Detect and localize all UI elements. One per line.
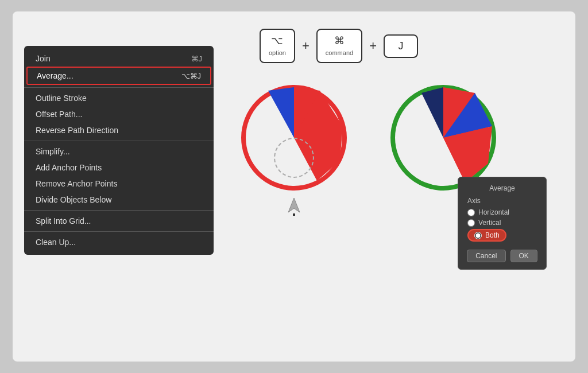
menu-item-split-grid[interactable]: Split Into Grid...	[24, 213, 214, 229]
option-key-label: option	[269, 49, 286, 56]
menu-item-offset-path-label: Offset Path...	[36, 110, 82, 119]
main-container: Join ⌘J Average... ⌥⌘J Outline Stroke Of…	[13, 11, 575, 362]
keyboard-shortcut: ⌥ option + ⌘ command + J	[260, 29, 418, 63]
command-key: ⌘ command	[316, 29, 362, 63]
j-key-icon: J	[393, 40, 409, 52]
menu-item-divide-objects-label: Divide Objects Below	[36, 195, 111, 204]
cursor-arrow	[283, 195, 305, 218]
menu-item-add-anchor-label: Add Anchor Points	[36, 163, 102, 172]
divider-4	[24, 231, 214, 232]
ok-button[interactable]: OK	[510, 250, 537, 262]
menu-item-clean-up[interactable]: Clean Up...	[24, 234, 214, 250]
menu-item-join-label: Join	[36, 54, 51, 63]
radio-horizontal-label: Horizontal	[478, 208, 509, 216]
plus-1: +	[302, 38, 310, 53]
average-dialog: Average Axis Horizontal Vertical Both	[458, 177, 547, 270]
menu-panel: Join ⌘J Average... ⌥⌘J Outline Stroke Of…	[24, 46, 214, 255]
menu-item-join[interactable]: Join ⌘J	[24, 50, 214, 67]
option-key: ⌥ option	[260, 29, 295, 63]
menu-item-offset-path[interactable]: Offset Path...	[24, 106, 214, 122]
menu-item-simplify[interactable]: Simplify...	[24, 143, 214, 160]
menu-item-simplify-label: Simplify...	[36, 147, 70, 156]
divider-2	[24, 141, 214, 141]
menu-item-divide-objects[interactable]: Divide Objects Below	[24, 192, 214, 208]
radio-vertical[interactable]: Vertical	[467, 219, 537, 227]
circles-container: Average Axis Horizontal Vertical Both	[237, 80, 501, 195]
command-key-label: command	[326, 49, 353, 56]
radio-both[interactable]: Both	[467, 229, 537, 244]
divider-1	[24, 87, 214, 88]
radio-both-input[interactable]	[474, 232, 482, 239]
radio-vertical-label: Vertical	[478, 219, 501, 227]
dialog-buttons: Cancel OK	[467, 250, 537, 262]
dashed-circle	[274, 138, 314, 178]
radio-horizontal-input[interactable]	[467, 209, 475, 216]
circle-before	[237, 80, 351, 195]
menu-item-outline-stroke[interactable]: Outline Stroke	[24, 90, 214, 106]
svg-marker-1	[288, 198, 300, 212]
j-key: J	[384, 34, 418, 58]
right-panel: ⌥ option + ⌘ command + J	[225, 23, 564, 195]
divider-3	[24, 210, 214, 211]
plus-2: +	[369, 38, 377, 53]
menu-item-average[interactable]: Average... ⌥⌘J	[26, 67, 211, 85]
cancel-button[interactable]: Cancel	[467, 250, 505, 262]
dialog-title: Average	[467, 184, 537, 192]
menu-item-add-anchor[interactable]: Add Anchor Points	[24, 160, 214, 176]
radio-both-label: Both	[485, 231, 500, 239]
radio-vertical-input[interactable]	[467, 219, 475, 227]
menu-item-average-shortcut: ⌥⌘J	[181, 72, 202, 80]
menu-item-outline-stroke-label: Outline Stroke	[36, 94, 87, 103]
option-key-icon: ⌥	[269, 34, 286, 47]
menu-item-average-label: Average...	[37, 71, 74, 80]
menu-item-reverse-path[interactable]: Reverse Path Direction	[24, 122, 214, 138]
circle-after: Average Axis Horizontal Vertical Both	[386, 80, 501, 195]
menu-item-reverse-path-label: Reverse Path Direction	[36, 126, 118, 135]
both-highlighted-badge: Both	[467, 229, 506, 242]
command-key-icon: ⌘	[326, 34, 353, 47]
menu-item-join-shortcut: ⌘J	[191, 55, 203, 63]
menu-item-split-grid-label: Split Into Grid...	[36, 216, 91, 226]
menu-item-remove-anchor-label: Remove Anchor Points	[36, 179, 117, 188]
menu-item-remove-anchor[interactable]: Remove Anchor Points	[24, 176, 214, 192]
menu-item-clean-up-label: Clean Up...	[36, 238, 76, 247]
dialog-axis-label: Axis	[467, 197, 537, 205]
radio-horizontal[interactable]: Horizontal	[467, 208, 537, 216]
svg-rect-2	[293, 213, 295, 216]
